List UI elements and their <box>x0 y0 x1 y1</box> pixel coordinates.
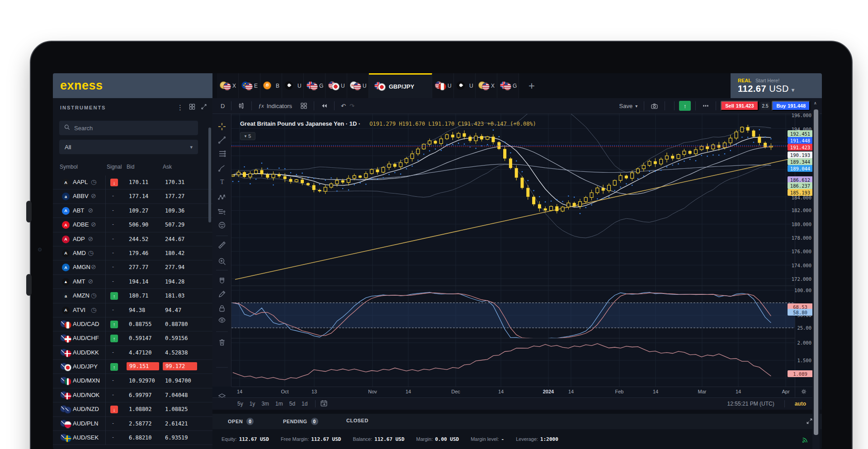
redo-icon[interactable]: ↷ <box>348 103 356 109</box>
range-button-5y[interactable]: 5y <box>237 401 243 407</box>
forecast-icon[interactable] <box>217 207 226 216</box>
lock-icon[interactable] <box>217 304 226 313</box>
account-balance: 112.67 <box>738 84 766 94</box>
symbol-tab-usd-jpy[interactable]: U <box>326 73 347 98</box>
save-button[interactable]: Save ▾ <box>618 103 640 109</box>
volume-bars-icon[interactable] <box>700 102 711 109</box>
instrument-row[interactable]: AUD/DKK-4.471204.52838 <box>53 346 212 360</box>
kebab-menu-icon[interactable]: ⋮ <box>177 104 184 112</box>
pair-flags-icon <box>500 81 512 90</box>
chart-type-icon[interactable] <box>236 102 247 109</box>
clock-status-icon: ◷ <box>91 292 96 299</box>
symbol-tab-usd-cad[interactable]: U <box>432 73 454 98</box>
instrument-row[interactable]: AUD/JPY↑99.15199.172 <box>53 360 212 374</box>
instrument-row[interactable]: AAMD◷-179.46180.42 <box>53 246 212 260</box>
drawing-mode-icon[interactable] <box>217 289 226 298</box>
instrument-row[interactable]: AUD/CHF↑0.591470.59156 <box>53 331 212 345</box>
fib-lines-icon[interactable] <box>217 149 226 158</box>
instrument-row[interactable]: AABT⊘-109.27109.36 <box>53 204 212 218</box>
indicators-legend-toggle[interactable]: ▾5 <box>240 132 255 140</box>
time-axis[interactable]: 14Oct13Nov14Dec14202414Feb14Mar14Apr <box>231 387 795 397</box>
xabcd-pattern-icon[interactable] <box>217 193 226 202</box>
instrument-row[interactable]: AADP⊘-244.52244.67 <box>53 232 212 246</box>
instrument-row[interactable]: AUD/PLN-2.587722.61421 <box>53 417 212 431</box>
ask-value: 277.94 <box>165 264 184 270</box>
indicators-button[interactable]: ƒx Indicators <box>256 102 294 109</box>
instrument-row[interactable]: AUD/NZD↓1.088021.08825 <box>53 402 212 416</box>
symbol-tab-gbp-usd[interactable]: G <box>497 73 519 98</box>
grid-view-icon[interactable] <box>189 104 195 112</box>
instrument-row[interactable]: aABBV⊘-177.14177.27 <box>53 189 212 203</box>
range-button-1d[interactable]: 1d <box>302 401 307 407</box>
sell-button[interactable]: Sell 191.423 <box>721 101 758 111</box>
axis-settings-corner[interactable] <box>795 387 812 397</box>
layout-grid-icon[interactable] <box>298 102 309 109</box>
trend-line-icon[interactable] <box>217 136 226 145</box>
add-tab-button[interactable]: + <box>519 73 544 98</box>
positions-tab-closed[interactable]: CLOSED <box>346 418 368 423</box>
brush-icon[interactable] <box>217 164 226 173</box>
price-chart-svg[interactable] <box>231 114 795 387</box>
remove-icon[interactable] <box>217 338 226 347</box>
undo-icon[interactable]: ↶ <box>339 103 348 109</box>
price-axis[interactable]: 196.000194.000184.000182.000180.000178.0… <box>795 114 812 387</box>
ruler-icon[interactable] <box>217 241 226 250</box>
one-click-trade-button[interactable]: ↑ <box>679 101 691 111</box>
range-button-3m[interactable]: 3m <box>261 401 269 407</box>
instrument-row[interactable]: ▲AMT⊘-194.14194.28 <box>53 275 212 289</box>
instrument-row[interactable]: aAMZN◷↑180.71181.03 <box>53 289 212 303</box>
symbol-tab-gbp-usd[interactable]: G <box>304 73 326 98</box>
symbol-tab-gbp-jpy[interactable]: GBP/JPY <box>369 73 432 98</box>
symbol-tab-xau-usd[interactable]: X <box>476 73 497 98</box>
positions-tab-pending[interactable]: PENDING0 <box>283 418 318 425</box>
symbol-tab-oil[interactable]: U <box>282 73 304 98</box>
auto-scale-toggle[interactable]: auto <box>795 401 806 407</box>
symbol-tab-xau-usd[interactable]: X <box>217 73 239 98</box>
metric-item: Balance:112.67 USD <box>353 436 404 442</box>
category-filter-select[interactable]: All ▾ <box>59 140 198 154</box>
go-to-date-icon[interactable] <box>320 399 328 408</box>
instrument-row[interactable]: AUD/CAD↑0.887550.88780 <box>53 317 212 331</box>
symbol-tab-eur-usd[interactable]: E <box>239 73 260 98</box>
utc-clock[interactable]: 12:55:21 PM (UTC) <box>727 401 774 407</box>
sidebar-scrollbar[interactable] <box>208 128 211 222</box>
instrument-row[interactable]: AAMGN⊘-277.77277.94 <box>53 260 212 274</box>
stock-icon: ▲ <box>62 278 70 286</box>
instrument-row[interactable]: AUD/SEK-6.882106.93519 <box>53 431 212 445</box>
collapse-panel-icon[interactable] <box>201 104 207 112</box>
instrument-row[interactable]: AAAPL◷↓170.11170.31 <box>53 175 212 189</box>
positions-tab-open[interactable]: OPEN0 <box>228 418 254 425</box>
snapshot-camera-icon[interactable] <box>649 102 660 110</box>
search-field[interactable] <box>59 121 198 135</box>
hide-icon[interactable] <box>217 316 226 325</box>
instrument-row[interactable]: AADBE⊘-506.90507.29 <box>53 218 212 232</box>
replay-icon[interactable] <box>319 102 330 109</box>
currency-pair-icon <box>60 363 74 371</box>
asset-icon <box>263 81 275 90</box>
page-scrollbar[interactable]: ∧ <box>812 98 820 449</box>
range-button-1y[interactable]: 1y <box>250 401 255 407</box>
range-button-5d[interactable]: 5d <box>289 401 295 407</box>
symbol-tab-us500[interactable]: U <box>347 73 369 98</box>
symbol-tab-btc[interactable]: B <box>260 73 282 98</box>
metric-item: Leverage:1:2000 <box>516 436 558 442</box>
range-button-1m[interactable]: 1m <box>275 401 283 407</box>
gear-icon[interactable] <box>801 388 807 397</box>
alarm-icon[interactable] <box>821 80 822 92</box>
buy-button[interactable]: Buy 191.448 <box>772 101 810 111</box>
chart-title[interactable]: Great Britain Pound vs Japanese Yen · 1D… <box>240 120 360 127</box>
instrument-row[interactable]: AUD/MXN-10.9297010.94700 <box>53 374 212 388</box>
symbol-tabs: XEBUGUUGBP/JPYUUXG+ <box>217 73 544 98</box>
emoji-icon[interactable] <box>217 221 226 230</box>
timeframe-button[interactable]: D <box>219 103 226 109</box>
magnet-icon[interactable] <box>217 277 226 286</box>
crosshair-icon[interactable] <box>217 122 226 131</box>
instrument-row[interactable]: AATVI◷-94.3894.47 <box>53 303 212 317</box>
instrument-row[interactable]: AUD/NOK-6.997977.04048 <box>53 388 212 402</box>
account-summary[interactable]: REAL Start Here! 112.67 USD ▾ <box>738 78 794 93</box>
zoom-in-icon[interactable] <box>217 257 226 266</box>
expand-panel-icon[interactable] <box>806 418 813 426</box>
search-input[interactable] <box>74 125 183 132</box>
symbol-tab-oil[interactable]: U <box>454 73 476 98</box>
text-icon[interactable]: T <box>217 177 226 186</box>
